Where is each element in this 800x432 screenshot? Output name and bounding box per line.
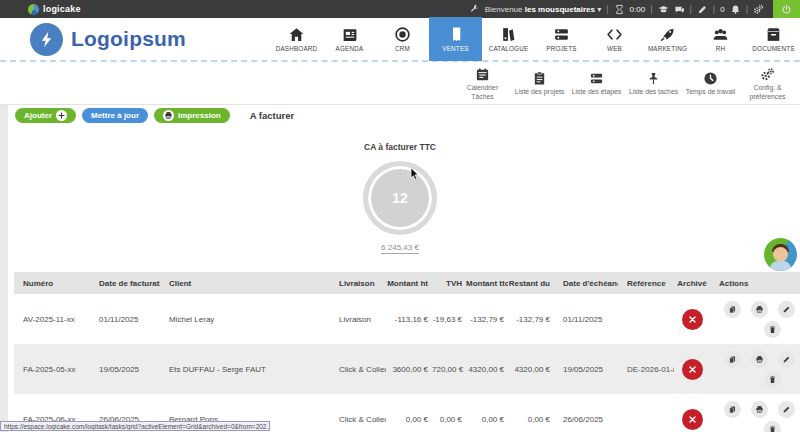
column-header-montant_ttc[interactable]: Montant ttc bbox=[466, 272, 508, 294]
subnav-item-liste-des-tapes[interactable]: Liste des étapes bbox=[568, 64, 625, 104]
mainnav-item-projets[interactable]: PROJETS bbox=[535, 17, 588, 61]
subnav-item-temps-de-travail[interactable]: Temps de travail bbox=[682, 64, 739, 104]
column-header-livraison[interactable]: Livraison bbox=[330, 272, 386, 294]
cell-tvh: 0,00 € bbox=[432, 394, 466, 432]
topbar: logicake Bienvenue les mousquetaires ▾ |… bbox=[0, 0, 800, 18]
add-button[interactable]: Ajouter bbox=[15, 108, 76, 123]
graduation-cap-icon[interactable] bbox=[658, 4, 669, 15]
column-header-archive[interactable]: Archivé bbox=[674, 272, 710, 294]
ventes-icon bbox=[447, 26, 464, 43]
edit-button[interactable] bbox=[778, 351, 795, 368]
caret-down-icon: ▾ bbox=[597, 5, 601, 14]
hourglass-icon[interactable] bbox=[614, 4, 625, 15]
table-row[interactable]: FA-2025-05-xx19/05/2025Ets DUFFAU - Serg… bbox=[14, 344, 800, 394]
logoipsum-brand-text: Logoipsum bbox=[71, 27, 186, 51]
column-header-montant_ht[interactable]: Montant ht bbox=[386, 272, 432, 294]
mainnav-item-crm[interactable]: CRM bbox=[376, 17, 429, 61]
archived-toggle-button[interactable] bbox=[682, 409, 703, 430]
archived-toggle-button[interactable] bbox=[682, 309, 703, 330]
cell-numero: FA-2025-05-xx bbox=[14, 344, 90, 394]
column-header-actions[interactable]: Actions bbox=[710, 272, 800, 294]
cell-client: Ets DUFFAU - Serge FAUT bbox=[160, 344, 330, 394]
edit-button[interactable] bbox=[778, 401, 795, 418]
documents-icon bbox=[765, 26, 782, 43]
print-button[interactable]: Impression bbox=[154, 108, 230, 123]
delete-button[interactable] bbox=[764, 371, 781, 388]
column-header-reference[interactable]: Référence bbox=[618, 272, 674, 294]
toolbar: Ajouter Mettre à jour Impression A factu… bbox=[15, 108, 294, 123]
mainnav-item-rh[interactable]: RH bbox=[694, 17, 747, 61]
cell-tvh: -19,63 € bbox=[432, 294, 466, 344]
support-avatar-button[interactable] bbox=[764, 238, 797, 271]
edit-button[interactable] bbox=[778, 301, 795, 318]
bell-icon[interactable] bbox=[730, 4, 741, 15]
cell-restant_du: -132,79 € bbox=[508, 294, 554, 344]
logicake-brand-text: logicake bbox=[43, 4, 81, 14]
revenue-gauge: CA à facturer TTC 12 6 245,43 € bbox=[318, 142, 482, 254]
cell-date_facturation: 19/05/2025 bbox=[90, 344, 160, 394]
invoices-table: NuméroDate de facturationClientLivraison… bbox=[14, 272, 800, 432]
cell-archive bbox=[674, 344, 710, 394]
mainnav-item-label: DOCUMENTS bbox=[752, 45, 794, 52]
row-actions bbox=[719, 301, 800, 338]
statusbar-url: https://espace.logicake.com/logitask/tas… bbox=[0, 421, 270, 431]
subnav-item-liste-des-projets[interactable]: Liste des projets bbox=[511, 64, 568, 104]
row-actions bbox=[719, 401, 800, 432]
column-header-client[interactable]: Client bbox=[160, 272, 330, 294]
separator: | bbox=[606, 4, 608, 14]
cell-actions bbox=[710, 394, 800, 432]
stack-icon bbox=[589, 71, 604, 86]
table-row[interactable]: AV-2025-11-xx01/11/2025Michel LerayLivra… bbox=[14, 294, 800, 344]
delete-button[interactable] bbox=[764, 321, 781, 338]
cell-client: Michel Leray bbox=[160, 294, 330, 344]
cell-montant_ttc: 4320,00 € bbox=[466, 344, 508, 394]
mainnav-item-documents[interactable]: DOCUMENTS bbox=[747, 17, 800, 61]
duplicate-button[interactable] bbox=[724, 301, 741, 318]
print-row-button[interactable] bbox=[751, 351, 768, 368]
welcome-user-menu[interactable]: Bienvenue les mousquetaires ▾ bbox=[485, 5, 602, 14]
settings-gears-icon[interactable] bbox=[753, 4, 764, 15]
separator: | bbox=[650, 4, 652, 14]
archived-toggle-button[interactable] bbox=[682, 359, 703, 380]
subnav-item-label: Temps de travail bbox=[684, 88, 738, 96]
print-row-button[interactable] bbox=[751, 401, 768, 418]
logoipsum-brand-group[interactable]: Logoipsum bbox=[0, 23, 186, 56]
column-header-numero[interactable]: Numéro bbox=[14, 272, 90, 294]
column-header-tvh[interactable]: TVH bbox=[432, 272, 466, 294]
sub-navigation: Calendrier TâchesListe des projetsListe … bbox=[0, 64, 800, 105]
gauge-total-amount[interactable]: 6 245,43 € bbox=[381, 243, 419, 254]
cell-numero: AV-2025-11-xx bbox=[14, 294, 90, 344]
column-header-restant_du[interactable]: Restant du bbox=[508, 272, 554, 294]
duplicate-button[interactable] bbox=[724, 401, 741, 418]
subnav-item-liste-des-taches[interactable]: Liste des taches bbox=[625, 64, 682, 104]
invoices-table-wrap: NuméroDate de facturationClientLivraison… bbox=[14, 272, 800, 432]
chat-icon[interactable] bbox=[674, 4, 685, 15]
mainnav-item-catalogue[interactable]: CATALOGUE bbox=[482, 17, 535, 61]
pencil-icon[interactable] bbox=[697, 4, 708, 15]
home-icon bbox=[288, 26, 305, 43]
cell-actions bbox=[710, 294, 800, 344]
delete-button[interactable] bbox=[764, 421, 781, 432]
logout-power-button[interactable] bbox=[773, 0, 800, 18]
gauge-circle[interactable]: 12 bbox=[363, 161, 437, 235]
logoipsum-logo-icon bbox=[30, 23, 63, 56]
update-button[interactable]: Mettre à jour bbox=[82, 108, 148, 123]
mainnav-item-ventes[interactable]: VENTES bbox=[429, 17, 482, 61]
subnav-item-calendrier-t-ches[interactable]: Calendrier Tâches bbox=[454, 64, 511, 104]
subnav-item-config-pr-f-rences[interactable]: Config. & préférences bbox=[739, 64, 796, 104]
mainnav-item-web[interactable]: WEB bbox=[588, 17, 641, 61]
print-row-button[interactable] bbox=[751, 301, 768, 318]
cell-archive bbox=[674, 394, 710, 432]
separator: | bbox=[713, 4, 715, 14]
cell-reference bbox=[618, 294, 674, 344]
mainnav-item-marketing[interactable]: MARKETING bbox=[641, 17, 694, 61]
column-header-date_facturation[interactable]: Date de facturation bbox=[90, 272, 160, 294]
duplicate-button[interactable] bbox=[724, 351, 741, 368]
cell-livraison: Livraison bbox=[330, 294, 386, 344]
section-title: A facturer bbox=[250, 110, 295, 121]
column-header-date_echeance[interactable]: Date d'échéance bbox=[554, 272, 618, 294]
stack-icon bbox=[553, 26, 570, 43]
mainnav-item-agenda[interactable]: AGENDA bbox=[323, 17, 376, 61]
mainnav-item-dashboard[interactable]: DASHBOARD bbox=[270, 17, 323, 61]
wrench-icon[interactable] bbox=[469, 4, 480, 15]
